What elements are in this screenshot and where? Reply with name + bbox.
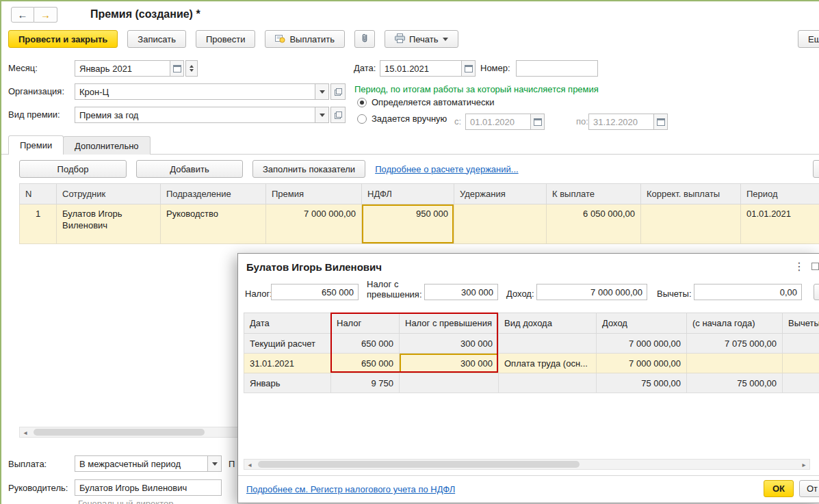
forward-arrow-icon: →: [40, 9, 51, 21]
modal-deduction-input[interactable]: 0,00: [694, 284, 802, 300]
manager-input[interactable]: Булатов Игорь Виленович: [75, 479, 222, 496]
modal-hscroll-thumb[interactable]: [258, 461, 580, 468]
modal-income-input[interactable]: 7 000 000,00: [536, 284, 647, 300]
tab-additional[interactable]: Дополнительно: [63, 136, 151, 155]
cell-excess[interactable]: 300 000: [400, 334, 499, 354]
pick-label: Подбор: [57, 164, 89, 174]
organization-input[interactable]: Крон-Ц: [75, 83, 315, 100]
cell-income-type[interactable]: Оплата труда (осн...: [499, 354, 597, 373]
employees-grid: N Сотрудник Подразделение Премия НДФЛ Уд…: [19, 183, 819, 244]
post-and-close-button[interactable]: Провести и закрыть: [8, 30, 118, 48]
to-date-input[interactable]: 31.12.2020: [588, 114, 654, 130]
month-spinner[interactable]: [185, 60, 198, 77]
cell-bonus[interactable]: 7 000 000,00: [266, 204, 362, 244]
deductions-details-link[interactable]: Подробнее о расчете удержаний...: [375, 164, 519, 174]
add-button[interactable]: Добавить: [136, 160, 243, 178]
organization-field-group: Крон-Ц: [75, 83, 346, 100]
pay-label: Выплатить: [289, 34, 335, 44]
from-calendar-button[interactable]: [531, 114, 545, 130]
ok-button[interactable]: ОК: [764, 480, 794, 497]
date-calendar-button[interactable]: [462, 60, 476, 77]
calendar-icon: [465, 65, 473, 72]
table-row: Текущий расчет 650 000 300 000 7 000 000…: [244, 334, 819, 354]
scroll-left-icon[interactable]: ◂: [20, 427, 31, 437]
number-input[interactable]: [516, 60, 598, 77]
cell-employee[interactable]: Булатов Игорь Виленович: [57, 204, 161, 244]
cell-income-type[interactable]: [499, 334, 597, 354]
fill-indicators-button[interactable]: Заполнить показатели: [252, 160, 365, 178]
cell-excess[interactable]: [400, 373, 499, 393]
scroll-left-icon[interactable]: ◂: [244, 460, 255, 469]
post-button[interactable]: Провести: [196, 30, 256, 48]
cell-date[interactable]: 31.01.2021: [244, 354, 331, 373]
cell-income-type[interactable]: [499, 373, 597, 393]
cell-department[interactable]: Руководство: [161, 204, 266, 244]
pay-button[interactable]: Выплатить: [265, 30, 345, 48]
cell-period[interactable]: 01.01.2021: [741, 204, 819, 244]
pick-button[interactable]: Подбор: [19, 160, 127, 178]
month-input[interactable]: Январь 2021: [75, 60, 170, 77]
attachments-button[interactable]: [354, 30, 375, 48]
cell-date[interactable]: Январь: [244, 373, 331, 393]
print-button[interactable]: Печать: [385, 30, 458, 48]
window-icon[interactable]: [811, 263, 819, 270]
payment-dropdown-button[interactable]: [208, 455, 222, 472]
cell-income[interactable]: 7 000 000,00: [597, 334, 687, 354]
modal-more-button-cut[interactable]: [814, 284, 819, 300]
cell-ytd[interactable]: 7 075 000,00: [687, 334, 783, 354]
cell-ytd[interactable]: [687, 354, 783, 373]
spinner-down-icon: [190, 69, 194, 72]
page-title: Премия (создание) *: [90, 8, 200, 21]
table-row: 1 Булатов Игорь Виленович Руководство 7 …: [20, 204, 819, 244]
printer-icon: [395, 34, 405, 45]
cell-tax[interactable]: 650 000: [331, 334, 400, 354]
command-bar-button-cut[interactable]: [813, 160, 819, 178]
print-label: Печать: [409, 34, 439, 44]
cell-row-number[interactable]: 1: [20, 204, 57, 244]
payment-input[interactable]: В межрасчетный период: [75, 455, 208, 472]
grid-header-adjustment: Коррект. выплаты: [641, 184, 741, 204]
from-date-group: 01.01.2020: [465, 114, 545, 130]
cell-income[interactable]: 75 000,00: [597, 373, 687, 393]
cell-deductions[interactable]: [783, 334, 819, 354]
radio-period-manual[interactable]: Задается вручную: [357, 114, 447, 124]
organization-open-button[interactable]: [330, 83, 346, 100]
cell-tax[interactable]: 650 000: [331, 354, 400, 373]
modal-tax-input[interactable]: 650 000: [271, 284, 359, 300]
to-calendar-button[interactable]: [654, 114, 668, 130]
bonus-type-dropdown-button[interactable]: [315, 107, 329, 123]
modal-excess-input[interactable]: 300 000: [424, 284, 498, 300]
cell-date[interactable]: Текущий расчет: [244, 334, 331, 354]
cell-tax[interactable]: 9 750: [331, 373, 400, 393]
date-label: Дата:: [354, 63, 376, 73]
modal-hscrollbar[interactable]: ◂ ▸: [244, 459, 810, 470]
grid-hscroll-thumb[interactable]: [34, 429, 205, 436]
forward-button[interactable]: →: [34, 7, 57, 23]
cell-ytd[interactable]: 75 000,00: [687, 373, 783, 393]
back-button[interactable]: ←: [11, 7, 34, 23]
cell-ndfl-focused[interactable]: 950 000: [362, 204, 454, 244]
cell-excess-focused[interactable]: 300 000: [400, 354, 499, 373]
organization-dropdown-button[interactable]: [315, 83, 329, 100]
tab-bonuses[interactable]: Премии: [8, 135, 64, 155]
month-calendar-button[interactable]: [170, 60, 184, 77]
from-date-input[interactable]: 01.01.2020: [465, 114, 531, 130]
cell-deductions[interactable]: [454, 204, 547, 244]
modal-header-date: Дата: [244, 313, 331, 334]
date-input[interactable]: 15.01.2021: [380, 60, 462, 77]
cell-deductions[interactable]: [783, 354, 819, 373]
cell-to-pay[interactable]: 6 050 000,00: [547, 204, 641, 244]
bonus-type-input[interactable]: Премия за год: [75, 107, 315, 123]
cell-adjustment[interactable]: [641, 204, 741, 244]
bonus-type-open-button[interactable]: [330, 107, 346, 123]
modal-header-deductions: Вычеты: [783, 313, 819, 334]
radio-period-auto[interactable]: Определяется автоматически: [357, 97, 495, 107]
more-actions-button-cut[interactable]: Ещ: [798, 30, 819, 48]
cancel-button-cut[interactable]: От: [799, 480, 819, 497]
cell-income[interactable]: 7 000 000,00: [597, 354, 687, 373]
scroll-right-icon[interactable]: ▸: [798, 460, 809, 469]
more-menu-icon[interactable]: ⋮: [794, 260, 805, 273]
register-details-link[interactable]: Подробнее см. Регистр налогового учета п…: [246, 484, 455, 494]
cell-deductions[interactable]: [783, 373, 819, 393]
write-button[interactable]: Записать: [127, 30, 186, 48]
